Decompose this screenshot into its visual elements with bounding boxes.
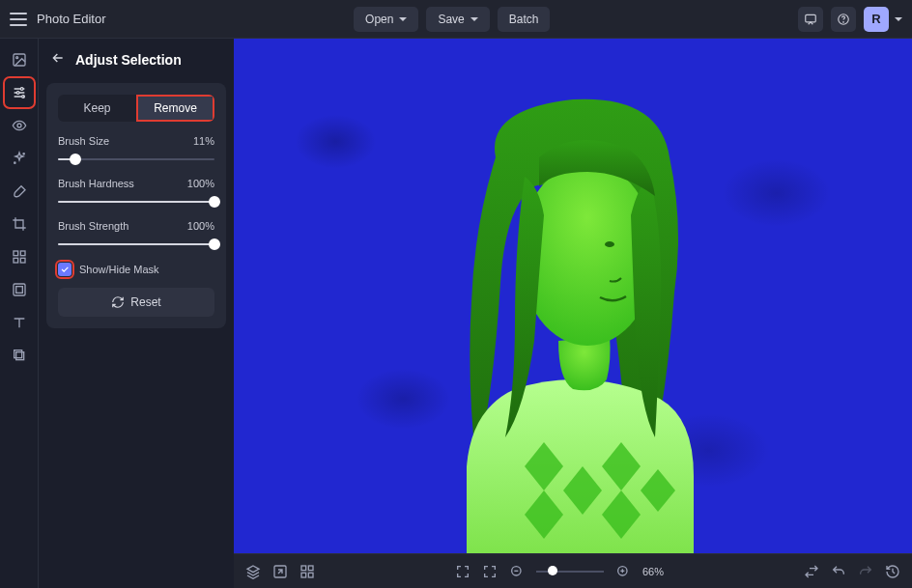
brush-strength-value: 100% — [187, 220, 214, 232]
mask-label: Show/Hide Mask — [79, 264, 159, 275]
svg-rect-11 — [14, 251, 18, 256]
bottom-left-group — [245, 564, 315, 579]
chevron-down-icon[interactable] — [895, 17, 902, 21]
header-left: Photo Editor — [10, 12, 106, 26]
history-icon[interactable] — [885, 564, 900, 579]
keep-remove-segment: Keep Remove — [58, 95, 214, 122]
mask-toggle-row: Show/Hide Mask — [58, 263, 214, 276]
brush-strength-control: Brush Strength100% — [58, 220, 214, 251]
zoom-in-icon[interactable] — [615, 564, 631, 579]
svg-point-5 — [20, 88, 23, 91]
bottom-bar: 66% — [234, 553, 912, 588]
app-title: Photo Editor — [37, 12, 106, 26]
svg-rect-18 — [14, 350, 21, 358]
svg-rect-0 — [806, 14, 816, 22]
brush-strength-label: Brush Strength — [58, 220, 128, 232]
brush-size-slider[interactable] — [58, 153, 214, 166]
svg-point-9 — [23, 154, 24, 154]
rail-crop-icon[interactable] — [6, 210, 33, 238]
chat-icon[interactable] — [798, 7, 823, 32]
bottom-center-group: 66% — [455, 564, 664, 579]
header-center: Open Save Batch — [354, 7, 550, 32]
zoom-value: 66% — [642, 566, 664, 577]
zoom-slider[interactable] — [536, 566, 604, 577]
svg-rect-22 — [301, 566, 306, 571]
keep-tab[interactable]: Keep — [58, 95, 136, 122]
export-icon[interactable] — [272, 564, 288, 579]
rail-image-icon[interactable] — [6, 46, 33, 73]
brush-hardness-label: Brush Hardness — [58, 178, 134, 189]
brush-size-control: Brush Size11% — [58, 135, 214, 166]
app-header: Photo Editor Open Save Batch R — [0, 0, 912, 39]
open-button[interactable]: Open — [354, 7, 418, 32]
undo-icon[interactable] — [831, 564, 846, 579]
remove-tab[interactable]: Remove — [136, 95, 214, 122]
rail-frame-icon[interactable] — [6, 276, 33, 303]
panel-header: Adjust Selection — [46, 50, 226, 70]
canvas[interactable] — [234, 39, 912, 553]
reset-label: Reset — [130, 295, 160, 309]
brush-strength-slider[interactable] — [58, 238, 214, 251]
rail-eye-icon[interactable] — [6, 112, 33, 139]
mask-checkbox[interactable] — [58, 263, 71, 276]
chevron-down-icon — [470, 17, 478, 21]
tool-rail — [0, 39, 39, 588]
menu-icon[interactable] — [10, 13, 27, 26]
brush-hardness-slider[interactable] — [58, 195, 214, 209]
rail-adjust-icon[interactable] — [6, 79, 33, 106]
panel-title: Adjust Selection — [75, 52, 182, 68]
reset-button[interactable]: Reset — [58, 288, 214, 317]
bottom-right-group — [804, 564, 900, 579]
svg-point-6 — [16, 92, 19, 95]
svg-rect-24 — [301, 573, 306, 577]
svg-rect-16 — [15, 287, 22, 294]
rail-layers-icon[interactable] — [6, 342, 33, 369]
svg-rect-14 — [20, 258, 25, 263]
svg-point-20 — [605, 241, 614, 247]
compare-icon[interactable] — [804, 564, 819, 579]
svg-rect-12 — [20, 251, 25, 256]
svg-rect-23 — [308, 566, 313, 571]
header-right: R — [798, 7, 902, 32]
masked-subject — [370, 90, 776, 553]
svg-rect-17 — [15, 352, 23, 360]
rail-sparkle-icon[interactable] — [6, 145, 33, 172]
svg-rect-25 — [308, 573, 313, 577]
help-icon[interactable] — [831, 7, 856, 32]
side-panel: Adjust Selection Keep Remove Brush Size1… — [39, 39, 234, 588]
svg-rect-15 — [14, 284, 25, 295]
zoom-out-icon[interactable] — [509, 564, 525, 579]
brush-size-value: 11% — [193, 135, 214, 147]
svg-point-8 — [17, 124, 21, 127]
back-arrow-icon[interactable] — [50, 50, 66, 70]
avatar[interactable]: R — [864, 7, 889, 32]
svg-point-2 — [843, 21, 844, 22]
adjust-card: Keep Remove Brush Size11% Brush Hardness… — [46, 83, 226, 328]
svg-point-10 — [14, 162, 14, 163]
batch-button[interactable]: Batch — [498, 7, 551, 32]
brush-hardness-control: Brush Hardness100% — [58, 178, 214, 209]
save-button[interactable]: Save — [426, 7, 489, 32]
fullscreen-icon[interactable] — [455, 564, 470, 579]
grid-icon[interactable] — [299, 564, 315, 579]
rail-brush-icon[interactable] — [6, 178, 33, 205]
rail-text-icon[interactable] — [6, 309, 33, 336]
chevron-down-icon — [399, 17, 407, 21]
canvas-area: 66% — [234, 39, 912, 588]
reset-icon — [111, 295, 125, 309]
brush-size-label: Brush Size — [58, 135, 109, 147]
svg-point-4 — [15, 57, 17, 59]
rail-elements-icon[interactable] — [6, 243, 33, 270]
fit-icon[interactable] — [482, 564, 498, 579]
redo-icon[interactable] — [858, 564, 873, 579]
layers-icon[interactable] — [245, 564, 261, 579]
svg-rect-13 — [14, 258, 18, 263]
brush-hardness-value: 100% — [187, 178, 214, 189]
